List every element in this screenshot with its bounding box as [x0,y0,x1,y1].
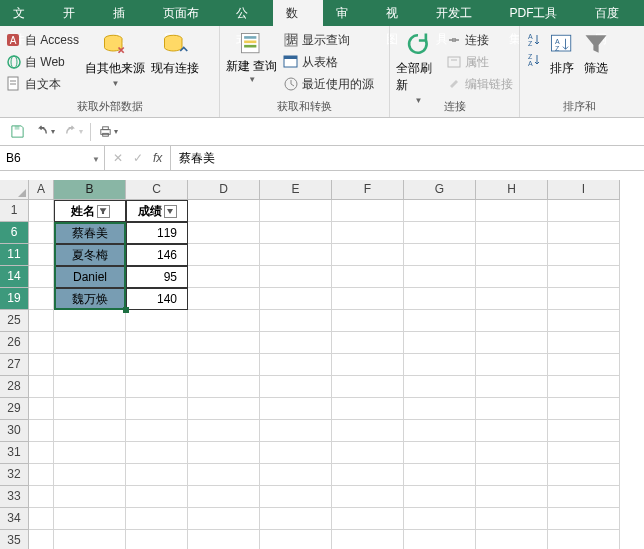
cell-C29[interactable] [126,398,188,420]
cell-G29[interactable] [404,398,476,420]
row-header-35[interactable]: 35 [0,530,29,549]
cell-I1[interactable] [548,200,620,222]
cell-C30[interactable] [126,420,188,442]
cell-F26[interactable] [332,332,404,354]
cell-E11[interactable] [260,244,332,266]
row-header-32[interactable]: 32 [0,464,29,486]
recent-sources[interactable]: 最近使用的源 [283,74,374,94]
cell-D11[interactable] [188,244,260,266]
cell-E35[interactable] [260,530,332,549]
cell-E19[interactable] [260,288,332,310]
from-access[interactable]: A自 Access [6,30,79,50]
cell-B31[interactable] [54,442,126,464]
cell-H11[interactable] [476,244,548,266]
cell-A19[interactable] [29,288,54,310]
filter-score-icon[interactable] [164,205,177,218]
cell-A25[interactable] [29,310,54,332]
row-header-25[interactable]: 25 [0,310,29,332]
col-header-D[interactable]: D [188,180,260,200]
cell-B35[interactable] [54,530,126,549]
cell-A30[interactable] [29,420,54,442]
cell-A26[interactable] [29,332,54,354]
cell-H31[interactable] [476,442,548,464]
cell-H6[interactable] [476,222,548,244]
cell-F11[interactable] [332,244,404,266]
cell-B6[interactable]: 蔡春美 [54,222,126,244]
cell-I31[interactable] [548,442,620,464]
row-header-26[interactable]: 26 [0,332,29,354]
cell-B26[interactable] [54,332,126,354]
cell-G33[interactable] [404,486,476,508]
cell-H33[interactable] [476,486,548,508]
col-header-E[interactable]: E [260,180,332,200]
cell-H19[interactable] [476,288,548,310]
cell-C33[interactable] [126,486,188,508]
row-header-6[interactable]: 6 [0,222,29,244]
cell-E32[interactable] [260,464,332,486]
sort-big[interactable]: AZ 排序 [548,30,576,98]
cell-C34[interactable] [126,508,188,530]
cell-E14[interactable] [260,266,332,288]
row-header-30[interactable]: 30 [0,420,29,442]
cell-G1[interactable] [404,200,476,222]
row-header-11[interactable]: 11 [0,244,29,266]
cell-H29[interactable] [476,398,548,420]
cell-C35[interactable] [126,530,188,549]
cell-I14[interactable] [548,266,620,288]
cell-C11[interactable]: 146 [126,244,188,266]
row-header-31[interactable]: 31 [0,442,29,464]
cell-H27[interactable] [476,354,548,376]
cell-E1[interactable] [260,200,332,222]
refresh-all[interactable]: 全部刷新▼ [396,30,440,98]
cell-E26[interactable] [260,332,332,354]
cell-H14[interactable] [476,266,548,288]
cell-G34[interactable] [404,508,476,530]
redo-button[interactable]: ▾ [62,121,84,143]
tab-pdf[interactable]: PDF工具集 [496,0,582,26]
connections[interactable]: 连接 [446,30,513,50]
cell-C1[interactable]: 成绩 [126,200,188,222]
cell-A1[interactable] [29,200,54,222]
tab-home[interactable]: 开始 [50,0,100,26]
cell-D28[interactable] [188,376,260,398]
cancel-icon[interactable]: ✕ [113,151,123,165]
cell-D1[interactable] [188,200,260,222]
row-header-33[interactable]: 33 [0,486,29,508]
cell-F27[interactable] [332,354,404,376]
cell-H35[interactable] [476,530,548,549]
cell-F19[interactable] [332,288,404,310]
cell-D34[interactable] [188,508,260,530]
cell-H32[interactable] [476,464,548,486]
cell-G32[interactable] [404,464,476,486]
print-button[interactable]: ▾ [97,121,119,143]
cell-E34[interactable] [260,508,332,530]
cell-B25[interactable] [54,310,126,332]
cell-F35[interactable] [332,530,404,549]
cell-A28[interactable] [29,376,54,398]
cell-E31[interactable] [260,442,332,464]
col-header-C[interactable]: C [126,180,188,200]
cell-D35[interactable] [188,530,260,549]
cell-E33[interactable] [260,486,332,508]
cell-G19[interactable] [404,288,476,310]
cell-A31[interactable] [29,442,54,464]
cell-B29[interactable] [54,398,126,420]
cell-B1[interactable]: 姓名 [54,200,126,222]
cell-A34[interactable] [29,508,54,530]
undo-button[interactable]: ▾ [34,121,56,143]
row-header-14[interactable]: 14 [0,266,29,288]
cell-D33[interactable] [188,486,260,508]
cell-F31[interactable] [332,442,404,464]
col-header-F[interactable]: F [332,180,404,200]
cell-I28[interactable] [548,376,620,398]
tab-formulas[interactable]: 公式 [223,0,273,26]
new-query[interactable]: 新建 查询▼ [226,30,277,98]
cell-B33[interactable] [54,486,126,508]
cell-C14[interactable]: 95 [126,266,188,288]
cell-F32[interactable] [332,464,404,486]
cell-I6[interactable] [548,222,620,244]
cell-D6[interactable] [188,222,260,244]
row-header-27[interactable]: 27 [0,354,29,376]
cell-I25[interactable] [548,310,620,332]
cell-D25[interactable] [188,310,260,332]
